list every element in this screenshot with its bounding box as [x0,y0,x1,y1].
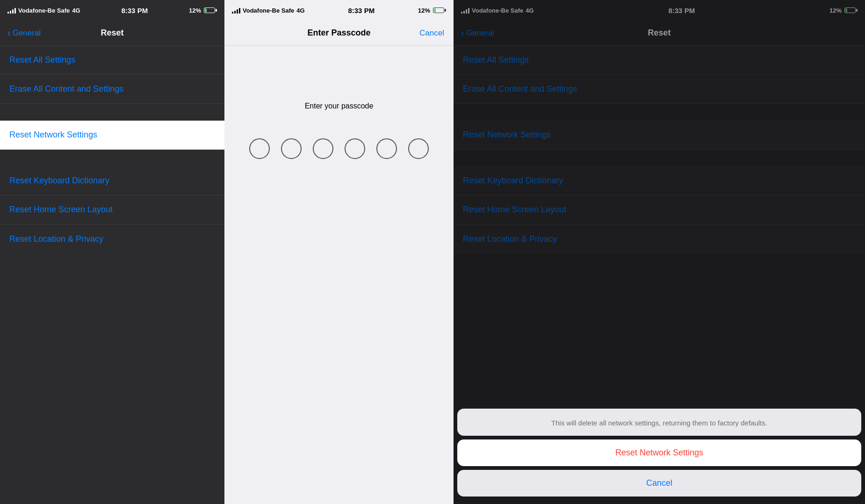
passcode-dots [249,138,429,159]
center-status-right: 12% [418,7,446,14]
left-carrier: Vodafone-Be Safe [18,7,70,14]
right-section-2: Reset Network Settings [454,121,865,150]
left-section-gap-2 [0,150,224,166]
right-item-reset-location[interactable]: Reset Location & Privacy [454,224,865,253]
back-chevron-icon: ‹ [7,28,11,37]
right-battery-fill [845,8,847,12]
alert-confirm-button[interactable]: Reset Network Settings [457,439,861,466]
right-status-left: Vodafone-Be Safe 4G [461,7,534,14]
left-item-reset-location[interactable]: Reset Location & Privacy [0,224,224,253]
right-battery-tip [856,9,858,12]
center-carrier: Vodafone-Be Safe [243,7,294,14]
right-item-reset-keyboard[interactable]: Reset Keyboard Dictionary [454,166,865,195]
left-battery-icon [204,7,217,13]
left-status-left: Vodafone-Be Safe 4G [7,7,80,14]
left-item-reset-all[interactable]: Reset All Settings [0,46,224,75]
right-item-erase-all-label: Erase All Content and Settings [463,84,577,94]
battery-tip [216,9,217,12]
right-item-reset-keyboard-label: Reset Keyboard Dictionary [463,176,563,186]
passcode-dot-3 [313,138,333,159]
right-time: 8:33 PM [668,7,695,14]
right-section-1: Reset All Settings Erase All Content and… [454,46,865,104]
left-section-gap-1 [0,104,224,121]
left-status-bar: Vodafone-Be Safe 4G 8:33 PM 12% [0,0,224,21]
left-status-right: 12% [189,7,217,14]
right-nav-bar: ‹ General Reset [454,21,865,46]
right-back-chevron-icon: ‹ [461,28,464,37]
center-time: 8:33 PM [348,7,375,14]
left-settings-list: Reset All Settings Erase All Content and… [0,46,224,504]
center-nav-title: Enter Passcode [307,28,370,38]
alert-message: This will delete all network settings, r… [457,409,861,436]
right-item-reset-network[interactable]: Reset Network Settings [454,121,865,150]
right-panel: Vodafone-Be Safe 4G 8:33 PM 12% ‹ Genera… [454,0,865,504]
passcode-dot-5 [376,138,397,159]
signal-icon [7,7,16,14]
right-signal-icon [461,7,469,14]
right-status-bar: Vodafone-Be Safe 4G 8:33 PM 12% [454,0,865,21]
left-item-erase-all[interactable]: Erase All Content and Settings [0,75,224,104]
left-item-reset-all-label: Reset All Settings [9,55,75,65]
center-signal-icon [232,7,240,14]
center-network: 4G [296,7,304,14]
right-back-label: General [466,29,494,38]
center-battery-pct: 12% [418,7,430,14]
alert-box: This will delete all network settings, r… [457,409,861,436]
passcode-content: Enter your passcode [224,46,454,504]
right-network: 4G [526,7,533,14]
left-nav-bar: ‹ General Reset [0,21,224,46]
passcode-dot-1 [249,138,270,159]
left-back-label: General [13,29,41,38]
battery-fill [205,8,207,12]
left-section-1: Reset All Settings Erase All Content and… [0,46,224,104]
left-item-erase-all-label: Erase All Content and Settings [9,84,123,94]
left-back-button[interactable]: ‹ General [7,29,41,38]
right-nav-title: Reset [648,28,670,38]
right-item-reset-home-label: Reset Home Screen Layout [463,205,566,215]
right-section-gap-1 [454,104,865,121]
center-battery-body [433,7,444,13]
center-cancel-button[interactable]: Cancel [419,29,444,38]
center-battery-icon [433,7,446,13]
left-section-2: Reset Network Settings [0,121,224,150]
center-battery-tip [445,9,446,12]
right-status-right: 12% [829,7,858,14]
passcode-dot-4 [345,138,365,159]
passcode-instruction: Enter your passcode [305,102,374,110]
right-carrier: Vodafone-Be Safe [472,7,523,14]
right-item-reset-all-label: Reset All Settings [463,55,529,65]
left-battery-pct: 12% [189,7,201,14]
right-section-3: Reset Keyboard Dictionary Reset Home Scr… [454,166,865,253]
right-item-erase-all[interactable]: Erase All Content and Settings [454,75,865,104]
center-nav-bar: Enter Passcode Cancel [224,21,454,46]
alert-overlay: This will delete all network settings, r… [454,409,865,504]
left-item-reset-location-label: Reset Location & Privacy [9,234,103,244]
right-battery-body [844,7,856,13]
left-item-reset-keyboard-label: Reset Keyboard Dictionary [9,176,109,186]
center-panel: Vodafone-Be Safe 4G 8:33 PM 12% Enter Pa… [224,0,454,504]
passcode-dot-6 [408,138,429,159]
right-battery-pct: 12% [829,7,842,14]
center-status-bar: Vodafone-Be Safe 4G 8:33 PM 12% [224,0,454,21]
left-section-3: Reset Keyboard Dictionary Reset Home Scr… [0,166,224,253]
battery-body [204,7,215,13]
left-item-reset-network-label: Reset Network Settings [9,130,97,140]
right-battery-icon [844,7,858,13]
left-item-reset-keyboard[interactable]: Reset Keyboard Dictionary [0,166,224,195]
left-item-reset-network[interactable]: Reset Network Settings [0,121,224,150]
left-item-reset-home-label: Reset Home Screen Layout [9,205,113,215]
left-item-reset-home[interactable]: Reset Home Screen Layout [0,195,224,224]
left-panel: Vodafone-Be Safe 4G 8:33 PM 12% ‹ Genera… [0,0,224,504]
alert-cancel-button[interactable]: Cancel [457,470,861,497]
center-battery-fill [434,8,436,12]
right-item-reset-location-label: Reset Location & Privacy [463,234,557,244]
left-network: 4G [72,7,80,14]
right-item-reset-home[interactable]: Reset Home Screen Layout [454,195,865,224]
right-item-reset-network-label: Reset Network Settings [463,130,551,140]
left-time: 8:33 PM [121,7,148,14]
passcode-dot-2 [281,138,302,159]
right-item-reset-all[interactable]: Reset All Settings [454,46,865,75]
left-nav-title: Reset [101,28,123,38]
center-status-left: Vodafone-Be Safe 4G [232,7,305,14]
right-back-button[interactable]: ‹ General [461,29,494,38]
